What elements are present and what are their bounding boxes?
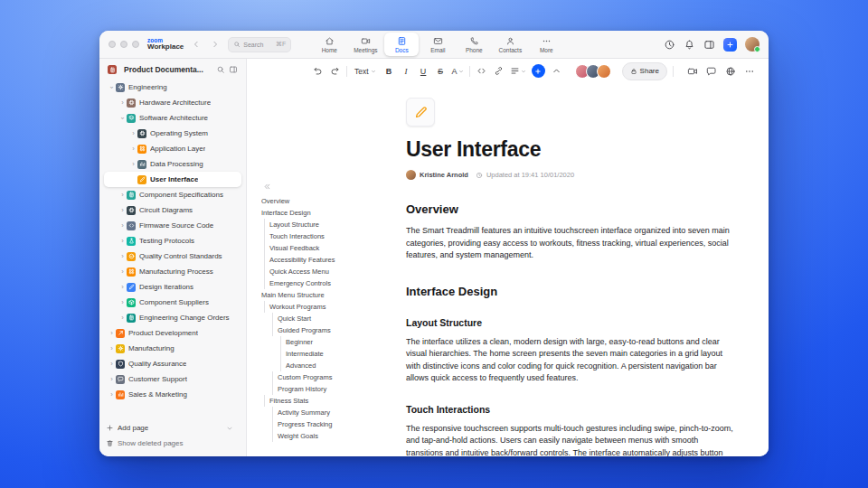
globe-icon[interactable]: [725, 66, 736, 77]
chevron-right-icon[interactable]: ›: [129, 161, 137, 168]
chevron-down-icon[interactable]: ›: [119, 114, 127, 122]
outline-item-interface-design[interactable]: Interface Design: [261, 207, 397, 219]
collapse-toolbar-button[interactable]: [551, 64, 562, 79]
chevron-down-icon[interactable]: ›: [108, 83, 116, 91]
add-page-button[interactable]: Add page: [104, 420, 241, 436]
collaborator-avatar[interactable]: [597, 64, 611, 79]
outline-item-weight-goals[interactable]: Weight Goals: [261, 430, 397, 442]
tab-meetings[interactable]: Meetings: [348, 33, 382, 56]
outline-item-overview[interactable]: Overview: [261, 195, 397, 207]
back-button[interactable]: [190, 38, 203, 51]
outline-item-activity-summary[interactable]: Activity Summary: [261, 407, 397, 418]
bold-button[interactable]: B: [383, 64, 395, 79]
italic-button[interactable]: I: [401, 64, 412, 79]
chevron-right-icon[interactable]: ›: [118, 192, 127, 199]
chevron-right-icon[interactable]: ›: [118, 299, 127, 306]
maximize-window-button[interactable]: [132, 41, 139, 48]
show-deleted-pages-button[interactable]: Show deleted pages: [104, 436, 241, 451]
outline-item-guided-programs[interactable]: Guided Programs: [261, 324, 397, 336]
tab-home[interactable]: Home: [312, 33, 346, 56]
text-color-button[interactable]: A: [452, 64, 464, 79]
underline-button[interactable]: U: [418, 64, 429, 79]
tab-docs[interactable]: Docs: [384, 33, 419, 56]
outline-item-main-menu-structure[interactable]: Main Menu Structure: [261, 289, 397, 301]
outline-item-progress-tracking[interactable]: Progress Tracking: [261, 418, 397, 430]
strikethrough-button[interactable]: S: [435, 64, 447, 79]
chevron-right-icon[interactable]: ›: [118, 314, 127, 322]
outline-item-visual-feedback[interactable]: Visual Feedback: [261, 242, 397, 254]
share-button[interactable]: Share: [622, 62, 667, 80]
panel-toggle-button[interactable]: [703, 39, 715, 51]
sidebar-search-button[interactable]: [216, 65, 225, 74]
outline-item-workout-programs[interactable]: Workout Programs: [261, 301, 397, 313]
code-button[interactable]: [476, 64, 487, 79]
chevron-right-icon[interactable]: ›: [118, 268, 127, 276]
sidebar-item-design-iterations[interactable]: ›Design Iterations: [104, 279, 241, 295]
sidebar-item-manufacturing[interactable]: ›Manufacturing: [104, 341, 241, 356]
sidebar-item-testing-protocols[interactable]: ›Testing Protocols: [104, 233, 241, 249]
sidebar-item-customer-support[interactable]: ›Customer Support: [104, 371, 241, 387]
outline-item-beginner[interactable]: Beginner: [261, 336, 397, 348]
sidebar-item-quality-control-standards[interactable]: ›Quality Control Standards: [104, 249, 241, 264]
sidebar-item-sales-marketing[interactable]: ›Sales & Marketing: [104, 387, 241, 402]
sidebar-item-firmware-source-code[interactable]: ›Firmware Source Code: [104, 218, 241, 233]
chevron-right-icon[interactable]: ›: [108, 330, 116, 337]
forward-button[interactable]: [209, 38, 222, 51]
chevron-right-icon[interactable]: ›: [108, 361, 116, 368]
list-button[interactable]: [510, 64, 526, 79]
sidebar-item-software-architecture[interactable]: ›Software Architecture: [104, 110, 241, 126]
sidebar-item-manufacturing-process[interactable]: ›Manufacturing Process: [104, 264, 241, 279]
outline-item-advanced[interactable]: Advanced: [261, 360, 397, 371]
tab-email[interactable]: Email: [420, 33, 455, 56]
outline-item-intermediate[interactable]: Intermediate: [261, 348, 397, 360]
chevron-right-icon[interactable]: ›: [118, 99, 127, 107]
sidebar-collapse-button[interactable]: [229, 65, 238, 74]
outline-item-custom-programs[interactable]: Custom Programs: [261, 371, 397, 383]
chevron-right-icon[interactable]: ›: [129, 130, 137, 137]
sidebar-item-data-processing[interactable]: ›Data Processing: [104, 156, 241, 172]
minimize-window-button[interactable]: [120, 41, 127, 48]
tab-phone[interactable]: Phone: [457, 33, 491, 56]
outline-item-quick-access-menu[interactable]: Quick Access Menu: [261, 266, 397, 277]
tab-more[interactable]: More: [529, 33, 563, 56]
sidebar-item-engineering-change-orders[interactable]: ›Engineering Change Orders: [104, 310, 241, 325]
sidebar-item-hardware-architecture[interactable]: ›Hardware Architecture: [104, 95, 241, 110]
sidebar-item-user-interface[interactable]: User Interface: [104, 172, 241, 187]
chat-icon[interactable]: [706, 66, 717, 77]
sidebar-item-quality-assurance[interactable]: ›Quality Assurance: [104, 356, 241, 371]
chevron-right-icon[interactable]: ›: [108, 376, 116, 383]
more-options-icon[interactable]: [744, 66, 755, 77]
outline-item-accessibility-features[interactable]: Accessibility Features: [261, 254, 397, 266]
sidebar-item-component-specifications[interactable]: ›Component Specifications: [104, 187, 241, 202]
undo-button[interactable]: [312, 64, 324, 79]
insert-button[interactable]: [532, 64, 545, 78]
outline-item-program-history[interactable]: Program History: [261, 383, 397, 395]
sidebar-item-engineering[interactable]: ›Engineering: [104, 80, 241, 95]
text-style-dropdown[interactable]: Text: [353, 64, 378, 79]
sidebar-item-application-layer[interactable]: ›Application Layer: [104, 141, 241, 156]
history-button[interactable]: [664, 39, 675, 51]
link-button[interactable]: [493, 64, 505, 79]
chevron-right-icon[interactable]: ›: [118, 222, 127, 230]
chevron-right-icon[interactable]: ›: [118, 253, 127, 260]
outline-item-fitness-stats[interactable]: Fitness Stats: [261, 395, 397, 407]
outline-item-touch-interactions[interactable]: Touch Interactions: [261, 230, 397, 242]
sidebar-item-circuit-diagrams[interactable]: ›Circuit Diagrams: [104, 202, 241, 218]
new-item-button[interactable]: [723, 38, 737, 52]
close-window-button[interactable]: [108, 41, 116, 48]
chevron-right-icon[interactable]: ›: [118, 238, 127, 245]
chevron-right-icon[interactable]: ›: [118, 284, 127, 291]
sidebar-item-component-suppliers[interactable]: ›Component Suppliers: [104, 295, 241, 310]
sidebar-item-operating-system[interactable]: ›Operating System: [104, 126, 241, 141]
tab-contacts[interactable]: Contacts: [493, 33, 527, 56]
outline-item-emergency-controls[interactable]: Emergency Controls: [261, 277, 397, 289]
outline-item-quick-start[interactable]: Quick Start: [261, 313, 397, 324]
chevron-right-icon[interactable]: ›: [108, 345, 116, 352]
redo-button[interactable]: [329, 64, 341, 79]
outline-collapse-button[interactable]: [263, 183, 397, 191]
chevron-right-icon[interactable]: ›: [118, 207, 127, 214]
sidebar-item-product-development[interactable]: ›Product Development: [104, 325, 241, 341]
chevron-right-icon[interactable]: ›: [129, 145, 137, 153]
chevron-right-icon[interactable]: ›: [108, 391, 116, 399]
notifications-button[interactable]: [684, 39, 695, 51]
